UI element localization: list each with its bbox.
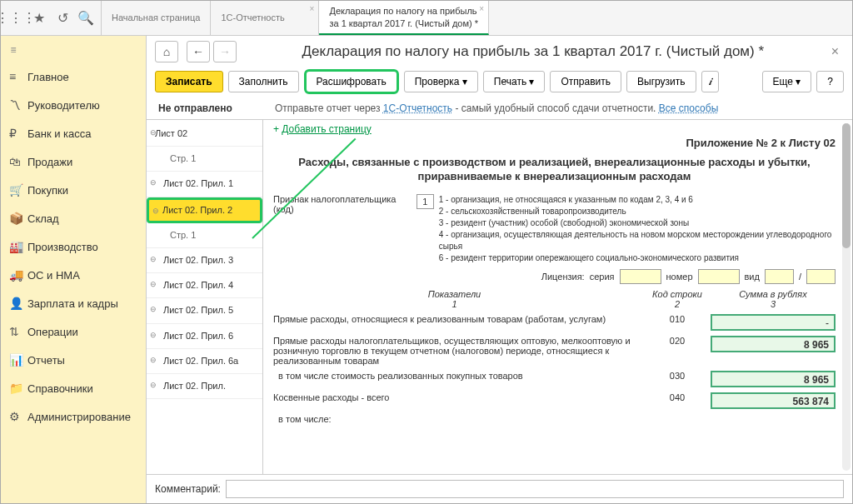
- all-ways-link[interactable]: Все способы: [659, 102, 719, 114]
- chevron-down-icon: ▾: [462, 76, 467, 87]
- sidebar-item-directories[interactable]: 📁Справочники: [1, 374, 146, 402]
- sidebar-item-manager[interactable]: 〽Руководителю: [1, 91, 146, 119]
- comment-input[interactable]: [226, 480, 844, 498]
- export-button[interactable]: Выгрузить: [626, 71, 696, 92]
- tab-reporting[interactable]: 1С-Отчетность ×: [211, 1, 319, 35]
- tree: ⊖Лист 02 Стр. 1 ⊖Лист 02. Прил. 1 ⊖Лист …: [147, 120, 263, 474]
- sidebar-item-label: Главное: [27, 71, 69, 83]
- sidebar-item-warehouse[interactable]: 📦Склад: [1, 204, 146, 232]
- print-button[interactable]: Печать ▾: [483, 71, 546, 92]
- menu-icon[interactable]: ≡: [1, 37, 26, 62]
- collapse-icon[interactable]: ⊖: [150, 331, 157, 340]
- tree-item[interactable]: ⊖Лист 02. Прил. 1: [147, 172, 262, 197]
- license-type2-input[interactable]: [806, 269, 836, 284]
- tree-item[interactable]: Стр. 1: [147, 147, 262, 172]
- help-button[interactable]: ?: [816, 71, 844, 92]
- sidebar-item-production[interactable]: 🏭Производство: [1, 232, 146, 261]
- tree-item[interactable]: ⊖Лист 02. Прил. 3: [147, 248, 262, 273]
- scrollbar[interactable]: [842, 123, 851, 471]
- topbar: ⋮⋮⋮ ★ ↺ 🔍 Начальная страница 1С-Отчетнос…: [1, 1, 852, 36]
- collapse-icon[interactable]: ⊖: [150, 128, 157, 137]
- taxpayer-code[interactable]: 1: [417, 194, 434, 209]
- collapse-icon[interactable]: ⊖: [152, 207, 159, 216]
- sidebar-item-reports[interactable]: 📊Отчеты: [1, 346, 146, 374]
- back-button[interactable]: ←: [187, 41, 210, 62]
- tree-item-selected[interactable]: ⊖Лист 02. Прил. 2: [147, 197, 262, 223]
- collapse-icon[interactable]: ⊖: [150, 255, 157, 264]
- sidebar-item-main[interactable]: ≡Главное: [1, 62, 146, 91]
- sidebar-item-label: Производство: [27, 241, 98, 253]
- chevron-down-icon: ▾: [796, 76, 801, 87]
- tab-start[interactable]: Начальная страница: [102, 1, 211, 35]
- header: ⌂ ← → Декларация по налогу на прибыль за…: [147, 36, 852, 62]
- add-page-link[interactable]: Добавить страницу: [282, 123, 371, 135]
- gear-icon: ⚙: [9, 410, 27, 423]
- tabs: Начальная страница 1С-Отчетность × Декла…: [102, 1, 852, 35]
- tree-item[interactable]: ⊖Лист 02. Прил. 4: [147, 273, 262, 298]
- tab-declaration[interactable]: Декларация по налогу на прибыль за 1 ква…: [319, 1, 489, 35]
- check-button[interactable]: Проверка ▾: [404, 71, 478, 92]
- status-row: Не отправлено Отправьте отчет через 1С-О…: [147, 101, 852, 119]
- save-button[interactable]: Записать: [155, 71, 223, 92]
- sidebar-item-label: Отчеты: [27, 354, 65, 367]
- sidebar-item-label: Администрирование: [27, 411, 131, 423]
- scroll-thumb[interactable]: [842, 123, 851, 248]
- sidebar-item-admin[interactable]: ⚙Администрирование: [1, 402, 146, 431]
- sidebar-item-purchases[interactable]: 🛒Покупки: [1, 176, 146, 204]
- more-button[interactable]: Еще ▾: [762, 71, 812, 92]
- decode-button[interactable]: Расшифровать: [304, 69, 399, 94]
- tree-item[interactable]: ⊖Лист 02. Прил. 6а: [147, 349, 262, 374]
- sidebar-item-label: Справочники: [27, 382, 93, 395]
- table-row: Прямые расходы, относящиеся к реализован…: [273, 314, 836, 331]
- collapse-icon[interactable]: ⊖: [150, 305, 157, 314]
- history-icon[interactable]: ↺: [51, 7, 74, 30]
- sidebar-item-sales[interactable]: 🛍Продажи: [1, 147, 146, 176]
- bar-chart-icon: 📊: [9, 353, 27, 367]
- reporting-link[interactable]: 1С-Отчетность: [383, 102, 452, 114]
- license-number-input[interactable]: [698, 269, 740, 284]
- collapse-icon[interactable]: ⊖: [150, 381, 157, 390]
- tab-label: 1С-Отчетность: [221, 12, 308, 23]
- close-icon[interactable]: ×: [479, 3, 484, 14]
- tree-item[interactable]: ⊖Лист 02. Прил.: [147, 374, 262, 399]
- tree-item[interactable]: ⊖Лист 02. Прил. 5: [147, 298, 262, 323]
- collapse-icon[interactable]: ⊖: [150, 356, 157, 365]
- home-icon: ≡: [9, 70, 27, 83]
- tree-item[interactable]: ⊖Лист 02: [147, 122, 262, 147]
- sum-input[interactable]: 563 874: [711, 392, 836, 409]
- home-button[interactable]: ⌂: [155, 41, 178, 62]
- table-row: Косвенные расходы - всего 040 563 874: [273, 392, 836, 409]
- factory-icon: 🏭: [9, 240, 27, 253]
- sidebar-item-operations[interactable]: ⇅Операции: [1, 317, 146, 346]
- license-series-input[interactable]: [620, 269, 661, 284]
- sidebar-item-label: Покупки: [27, 184, 68, 197]
- codes-list: 1 - организация, не относящаяся к указан…: [439, 194, 836, 264]
- tree-item[interactable]: ⊖Лист 02. Прил. 6: [147, 324, 262, 349]
- attach-button[interactable]: 𝒊: [701, 71, 719, 92]
- search-icon[interactable]: 🔍: [74, 7, 97, 30]
- tab-label: Декларация по налогу на прибыль: [329, 5, 478, 17]
- close-icon[interactable]: ×: [826, 44, 844, 59]
- sidebar-item-assets[interactable]: 🚚ОС и НМА: [1, 261, 146, 289]
- license-type-input[interactable]: [765, 269, 794, 284]
- status-text: Отправьте отчет через 1С-Отчетность - са…: [275, 102, 718, 114]
- star-icon[interactable]: ★: [27, 7, 51, 30]
- sum-input[interactable]: 8 965: [711, 371, 836, 387]
- collapse-icon[interactable]: ⊖: [150, 280, 157, 289]
- bag-icon: 🛍: [9, 155, 27, 168]
- sum-input[interactable]: -: [711, 314, 836, 331]
- table-header: Показатели1 Код строки2 Сумма в рублях3: [273, 289, 836, 309]
- sidebar-item-bank[interactable]: ₽Банк и касса: [1, 119, 146, 147]
- forward-button[interactable]: →: [213, 41, 237, 62]
- sidebar-item-label: Склад: [27, 212, 59, 225]
- fill-button[interactable]: Заполнить: [228, 71, 299, 92]
- collapse-icon[interactable]: ⊖: [150, 178, 157, 187]
- sidebar-item-hr[interactable]: 👤Зарплата и кадры: [1, 289, 146, 317]
- apps-icon[interactable]: ⋮⋮⋮: [4, 7, 27, 30]
- taxpayer-label: Признак налогоплательщика (код): [273, 194, 412, 214]
- sum-input[interactable]: 8 965: [711, 336, 836, 352]
- tree-item[interactable]: Стр. 1: [147, 223, 262, 248]
- close-icon[interactable]: ×: [310, 3, 315, 14]
- license-row: Лицензия: серия номер вид /: [273, 269, 836, 284]
- send-button[interactable]: Отправить: [550, 71, 621, 92]
